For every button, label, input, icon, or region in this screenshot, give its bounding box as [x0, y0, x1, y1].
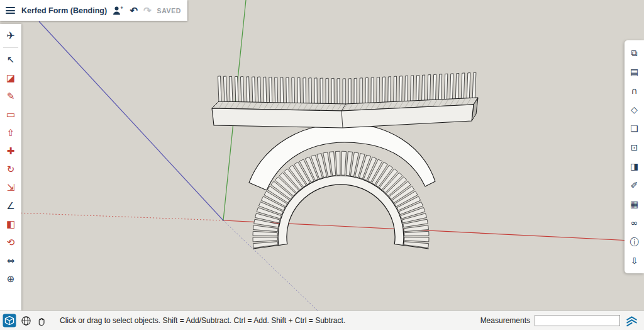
- save-status-badge: SAVED: [157, 7, 181, 14]
- display-icon: ∞: [631, 219, 638, 227]
- eraser-tool-button[interactable]: ◪: [0, 69, 21, 88]
- rotate-tool-button[interactable]: ↻: [0, 161, 21, 179]
- materials-icon: ◨: [630, 162, 638, 171]
- components-icon: ❏: [630, 124, 638, 133]
- paint-tool-button[interactable]: ◧: [0, 215, 21, 234]
- status-bar: Click or drag to select objects. Shift =…: [0, 310, 644, 330]
- undo-icon: ↶: [130, 6, 138, 15]
- scenes-tool-button[interactable]: ▦: [625, 195, 644, 213]
- move-icon: ✚: [7, 147, 15, 156]
- scale-tool-button[interactable]: ⇲: [0, 179, 21, 197]
- model-info-icon: ⓘ: [630, 237, 639, 246]
- styles-icon: ✐: [631, 181, 638, 190]
- hand-icon: [36, 316, 47, 326]
- kerfed-model-geometry[interactable]: [212, 72, 478, 249]
- right-panel-toolbar: ⧉▤∩◇❏⊡◨✐▦∞ⓘ⇩: [625, 40, 644, 273]
- model-info-tool-button[interactable]: ⓘ: [625, 232, 644, 251]
- scenes-icon: ▦: [630, 200, 638, 208]
- instructor-tool-button[interactable]: ∩: [625, 81, 644, 100]
- select-icon: ↖: [7, 55, 15, 65]
- display-tool-button[interactable]: ∞: [625, 213, 644, 232]
- 3d-warehouse-icon: ⊡: [631, 143, 638, 152]
- outliner-icon: ▤: [630, 67, 638, 76]
- styles-tool-button[interactable]: ✐: [625, 176, 644, 195]
- tool-list: ↖◪✎▭⇧✚↻⇲∠◧⟲⇔⊕: [0, 51, 21, 288]
- tool-hint-text: Click or drag to select objects. Shift =…: [60, 316, 345, 325]
- paint-icon: ◧: [6, 220, 15, 229]
- model-title: Kerfed Form (Bending): [21, 6, 107, 15]
- soften-edges-tool-button[interactable]: ◇: [625, 100, 644, 119]
- push-pull-tool-button[interactable]: ⇧: [0, 124, 21, 142]
- 3d-viewport[interactable]: [0, 0, 644, 311]
- export-tool-button[interactable]: ⇩: [625, 251, 644, 270]
- redo-button[interactable]: ↷: [143, 6, 152, 15]
- move-tool-button[interactable]: ✚: [0, 142, 21, 161]
- sketchup-model-button[interactable]: [3, 314, 16, 327]
- panel-list: ⧉▤∩◇❏⊡◨✐▦∞ⓘ⇩: [625, 43, 644, 270]
- components-tool-button[interactable]: ❏: [625, 119, 644, 138]
- undo-button[interactable]: ↶: [130, 6, 138, 15]
- shapes-icon: ▭: [6, 110, 15, 120]
- eraser-icon: ◪: [6, 74, 15, 83]
- push-pull-icon: ⇧: [7, 128, 15, 138]
- cube-logo-icon: [3, 314, 16, 327]
- redo-icon: ↷: [143, 6, 152, 15]
- outliner-tool-button[interactable]: ▤: [625, 62, 644, 81]
- globe-icon: [21, 316, 31, 326]
- airplane-icon: ✈: [6, 31, 14, 41]
- select-tool-button[interactable]: ↖: [0, 51, 21, 69]
- tape-measure-tool-button[interactable]: ∠: [0, 197, 21, 215]
- sketchup-logo: [625, 314, 639, 328]
- pan-icon: ⇔: [7, 256, 15, 266]
- scale-icon: ⇲: [7, 183, 15, 193]
- rotate-icon: ↻: [7, 165, 15, 174]
- freehand-icon: ✎: [7, 92, 15, 101]
- measurements-input[interactable]: [535, 315, 620, 326]
- person-plus-icon: +: [113, 6, 124, 15]
- geolocation-button[interactable]: [21, 316, 31, 326]
- header-actions: + ↶ ↷ SAVED: [113, 6, 187, 15]
- toolbar-divider: [3, 47, 18, 48]
- app-header: Kerfed Form (Bending) + ↶ ↷ SAVED: [0, 0, 187, 21]
- zoom-tool-button[interactable]: ⊕: [0, 270, 21, 288]
- main-menu-button[interactable]: [0, 0, 20, 21]
- add-collaborator-button[interactable]: +: [113, 6, 124, 15]
- measurements-label: Measurements: [480, 316, 530, 325]
- hamburger-icon: [6, 6, 15, 16]
- orbit-icon: ⟲: [7, 238, 15, 248]
- tape-measure-icon: ∠: [6, 202, 14, 211]
- svg-text:+: +: [121, 6, 124, 11]
- shapes-tool-button[interactable]: ▭: [0, 106, 21, 124]
- orbit-tool-button[interactable]: ⟲: [0, 234, 21, 252]
- pan-tool-button[interactable]: ⇔: [0, 252, 21, 270]
- freehand-tool-button[interactable]: ✎: [0, 88, 21, 106]
- share-model-button[interactable]: ✈: [0, 26, 21, 45]
- 3d-warehouse-tool-button[interactable]: ⊡: [625, 138, 644, 157]
- materials-tool-button[interactable]: ◨: [625, 157, 644, 176]
- soften-edges-icon: ◇: [631, 105, 638, 114]
- cursor-mode-button[interactable]: [36, 316, 47, 326]
- sketchup-swirl-icon: [625, 314, 639, 328]
- entity-info-icon: ⧉: [631, 48, 638, 57]
- export-icon: ⇩: [631, 256, 638, 265]
- left-toolbar: ✈ ↖◪✎▭⇧✚↻⇲∠◧⟲⇔⊕: [0, 24, 21, 311]
- instructor-icon: ∩: [631, 86, 637, 95]
- entity-info-tool-button[interactable]: ⧉: [625, 43, 644, 62]
- zoom-icon: ⊕: [7, 275, 15, 284]
